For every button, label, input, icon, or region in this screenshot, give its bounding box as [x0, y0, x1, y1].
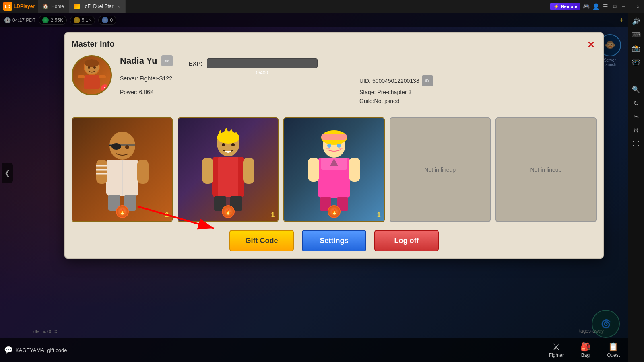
app-logo: LD LDPlayer	[0, 2, 38, 11]
menu-icon[interactable]: ☰	[601, 2, 609, 10]
server-label: Server: Fighter-S122	[120, 75, 172, 86]
uid-detail: UID: 500045012200138 ⧉	[359, 75, 597, 86]
sidebar-screenshot-btn[interactable]: 📸	[630, 42, 642, 55]
sidebar-cut-btn[interactable]: ✂	[630, 110, 642, 123]
tab-close-button[interactable]: ✕	[117, 4, 120, 9]
edit-name-button[interactable]: ✏	[161, 55, 173, 66]
right-sidebar: 🔊 ⌨ 📸 📳 ⋯ 🔍 ↻ ✂ ⚙ ⛶	[628, 13, 644, 362]
fighter-2-image	[200, 125, 256, 214]
stage-detail: Stage: Pre-chapter 3	[359, 89, 597, 95]
lineup-card-1[interactable]: 🔥 2	[72, 117, 173, 222]
chat-message: KAGEYAMA: gift code	[15, 347, 67, 353]
quest-nav-icon: 📋	[608, 342, 618, 352]
name-row: Nadia Yu ✏	[120, 55, 173, 66]
action-buttons: Gift Code Settings Log off	[72, 230, 597, 251]
guild-label: Guild:Not joined	[359, 98, 400, 104]
maximize-button[interactable]: □	[628, 4, 634, 9]
svg-rect-31	[218, 157, 238, 197]
svg-point-3	[88, 66, 90, 69]
svg-rect-11	[109, 145, 120, 146]
avatar: 1	[72, 55, 112, 95]
chat-icon: 💬	[4, 346, 13, 354]
lineup-card-3-badge: 🔥	[328, 205, 341, 218]
lineup-card-1-count: 2	[165, 212, 169, 219]
modal-close-button[interactable]: ✕	[584, 38, 598, 52]
lineup-section: 🔥 2	[72, 117, 597, 222]
user-icon[interactable]: 👤	[592, 2, 600, 10]
sidebar-zoom-btn[interactable]: 🔍	[630, 83, 642, 96]
minimize-button[interactable]: ─	[621, 4, 626, 9]
exp-bar-container	[207, 58, 318, 68]
avatar-badge: 1	[101, 84, 109, 93]
chat-area: 💬 KAGEYAMA: gift code	[0, 346, 201, 354]
sidebar-more-btn[interactable]: ⋯	[630, 69, 642, 82]
bag-nav-icon: 🎒	[580, 342, 590, 352]
svg-point-4	[93, 66, 96, 69]
lineup-card-3[interactable]: 🔥 1	[283, 117, 384, 222]
bottom-bar: 💬 KAGEYAMA: gift code ⚔ Fighter 🎒 Bag 📋 …	[0, 338, 628, 362]
log-off-button[interactable]: Log off	[374, 230, 439, 251]
lineup-card-3-count: 1	[377, 212, 381, 219]
svg-rect-46	[349, 158, 360, 182]
lineup-card-2[interactable]: 🔥 1	[178, 117, 279, 222]
settings-button[interactable]: Settings	[302, 230, 366, 251]
sidebar-fullscreen-btn[interactable]: ⛶	[630, 138, 642, 150]
tab-list: 🏠 Home LoF: Duel Star ✕	[38, 0, 547, 13]
profile-section: 1 Nadia Yu ✏ EXP: 0/400	[72, 55, 597, 111]
svg-point-39	[327, 144, 331, 148]
profile-name: Nadia Yu	[120, 56, 157, 66]
svg-point-27	[217, 132, 239, 144]
stage-label: Stage: Pre-chapter 3	[359, 89, 411, 95]
sidebar-audio-btn[interactable]: 🔊	[630, 14, 642, 27]
svg-rect-33	[243, 158, 254, 184]
copy-uid-button[interactable]: ⧉	[422, 75, 433, 86]
bottom-nav-quest[interactable]: 📋 Quest	[599, 340, 628, 360]
gift-code-button[interactable]: Gift Code	[229, 230, 294, 251]
svg-point-42	[339, 148, 343, 149]
remote-button[interactable]: ⚡ Remote	[550, 3, 580, 10]
power-label: Power: 6.86K	[120, 89, 154, 95]
tab-game[interactable]: LoF: Duel Star ✕	[69, 0, 126, 13]
close-button[interactable]: ✕	[635, 4, 641, 9]
gamepad-icon[interactable]: 🎮	[582, 2, 590, 10]
tab-home[interactable]: 🏠 Home	[38, 0, 69, 13]
svg-rect-6	[78, 75, 85, 78]
lineup-card-4-empty[interactable]: Not in lineup	[390, 117, 491, 222]
svg-point-2	[85, 59, 99, 67]
titlebar: LD LDPlayer 🏠 Home LoF: Duel Star ✕ ⚡ Re…	[0, 0, 644, 13]
exp-bar-wrapper: 0/400	[207, 58, 318, 68]
name-exp-row: Nadia Yu ✏ EXP: 0/400	[120, 55, 597, 71]
logo-icon: LD	[3, 2, 12, 11]
svg-rect-7	[99, 75, 106, 78]
lineup-card-2-badge: 🔥	[222, 205, 235, 218]
power-detail: Power: 6.86K	[120, 89, 357, 95]
fighter-nav-label: Fighter	[549, 352, 564, 358]
bottom-nav-bag[interactable]: 🎒 Bag	[572, 340, 599, 360]
sidebar-rotate-btn[interactable]: ↻	[630, 97, 642, 109]
lineup-card-5-empty[interactable]: Not in lineup	[495, 117, 597, 222]
sidebar-settings-btn[interactable]: ⚙	[630, 124, 642, 137]
window-controls: ⚡ Remote 🎮 👤 ☰ ⧉ ─ □ ✕	[547, 2, 644, 10]
lightning-icon: ⚡	[553, 4, 559, 9]
svg-rect-16	[137, 160, 149, 184]
bottom-nav-fighter[interactable]: ⚔ Fighter	[541, 340, 572, 360]
lineup-card-1-badge: 🔥	[116, 205, 129, 218]
lineup-card-2-count: 1	[271, 212, 275, 219]
tab-game-label: LoF: Duel Star	[82, 4, 113, 9]
window-restore-icon[interactable]: ⧉	[611, 2, 619, 10]
tab-game-icon	[74, 4, 80, 9]
lineup-card-4-empty-text: Not in lineup	[424, 167, 456, 173]
svg-point-28	[222, 143, 225, 146]
bottom-nav: ⚔ Fighter 🎒 Bag 📋 Quest	[541, 340, 628, 360]
lineup-card-5-empty-text: Not in lineup	[530, 167, 562, 173]
exp-section: EXP: 0/400	[189, 58, 318, 68]
quest-nav-label: Quest	[607, 352, 620, 358]
fighter-nav-icon: ⚔	[553, 342, 560, 352]
fighter-1-image	[94, 125, 151, 214]
svg-point-12	[125, 145, 129, 149]
sidebar-keyboard-btn[interactable]: ⌨	[630, 28, 642, 41]
sidebar-shake-btn[interactable]: 📳	[630, 56, 642, 68]
svg-rect-45	[308, 158, 319, 182]
profile-info: Nadia Yu ✏ EXP: 0/400 Server: Fighter-S1…	[120, 55, 597, 104]
modal-title: Master Info	[72, 39, 597, 49]
